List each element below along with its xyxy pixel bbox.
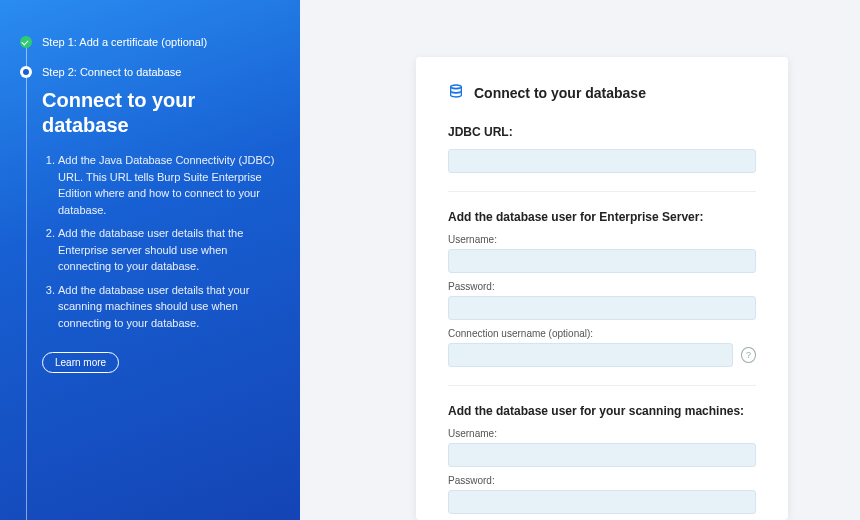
wizard-sidebar: Step 1: Add a certificate (optional) Ste… [0, 0, 300, 520]
sm-password-input[interactable] [448, 490, 756, 514]
step-label: Step 1: Add a certificate (optional) [42, 36, 207, 48]
step-2[interactable]: Step 2: Connect to database Connect to y… [42, 66, 280, 373]
sidebar-title: Connect to your database [42, 88, 280, 138]
form-card: Connect to your database JDBC URL: Add t… [416, 57, 788, 520]
instruction-item: Add the Java Database Connectivity (JDBC… [58, 152, 280, 218]
es-conn-user-label: Connection username (optional): [448, 328, 756, 339]
learn-more-button[interactable]: Learn more [42, 352, 119, 373]
card-header: Connect to your database [448, 83, 756, 103]
es-password-input[interactable] [448, 296, 756, 320]
es-conn-user-input[interactable] [448, 343, 733, 367]
sm-username-input[interactable] [448, 443, 756, 467]
sm-username-label: Username: [448, 428, 756, 439]
instruction-list: Add the Java Database Connectivity (JDBC… [42, 152, 280, 331]
step-label: Step 2: Connect to database [42, 66, 181, 78]
current-step-icon [20, 66, 32, 78]
check-icon [20, 36, 32, 48]
database-icon [448, 83, 464, 103]
step-timeline: Step 1: Add a certificate (optional) Ste… [20, 36, 280, 520]
instruction-item: Add the database user details that your … [58, 282, 280, 332]
jdbc-url-label: JDBC URL: [448, 125, 756, 139]
es-username-label: Username: [448, 234, 756, 245]
es-password-label: Password: [448, 281, 756, 292]
main-pane: Connect to your database JDBC URL: Add t… [300, 0, 860, 520]
timeline-line [26, 46, 27, 520]
help-icon[interactable]: ? [741, 347, 756, 363]
step-1[interactable]: Step 1: Add a certificate (optional) [42, 36, 280, 48]
instruction-item: Add the database user details that the E… [58, 225, 280, 275]
form-title: Connect to your database [474, 85, 646, 101]
es-username-input[interactable] [448, 249, 756, 273]
divider [448, 191, 756, 192]
app-root: Step 1: Add a certificate (optional) Ste… [0, 0, 860, 520]
enterprise-server-heading: Add the database user for Enterprise Ser… [448, 210, 756, 224]
scanning-machines-heading: Add the database user for your scanning … [448, 404, 756, 418]
sm-password-label: Password: [448, 475, 756, 486]
divider [448, 385, 756, 386]
jdbc-url-input[interactable] [448, 149, 756, 173]
